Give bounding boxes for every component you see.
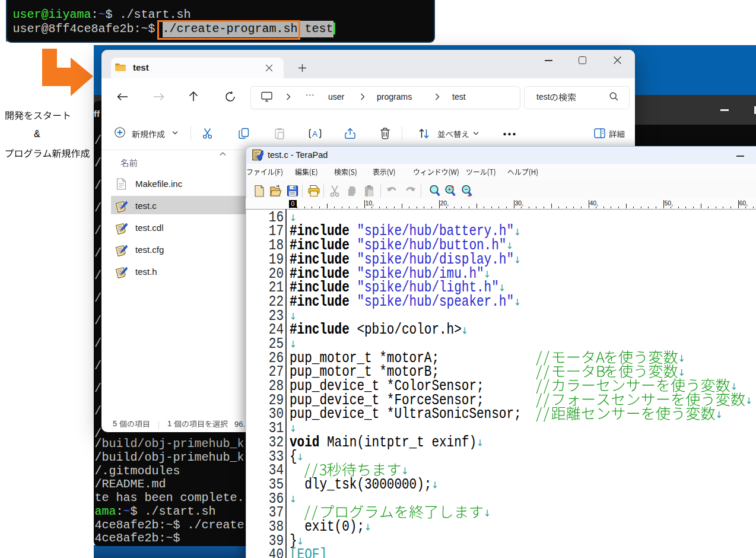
svg-text:A: A	[312, 129, 317, 138]
